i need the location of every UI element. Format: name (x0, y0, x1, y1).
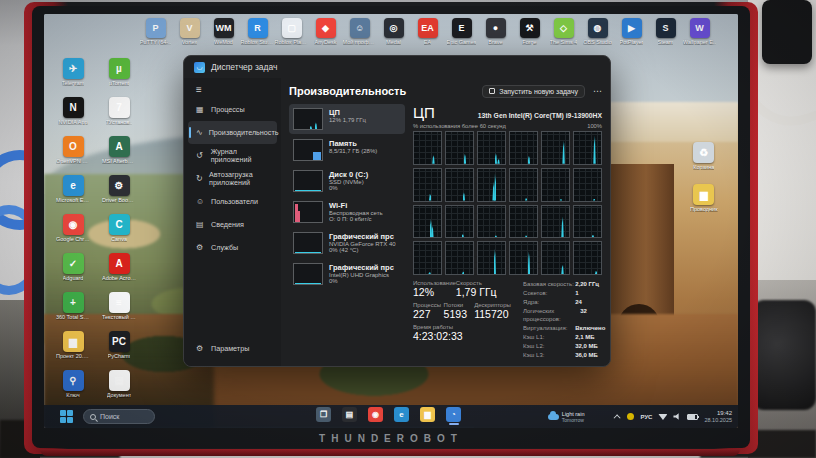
core-usage-graph (477, 131, 506, 165)
sidebar-item[interactable]: ∿ Производительность (188, 121, 277, 144)
desktop-icon[interactable]: ☺ Мой профиль (344, 18, 375, 58)
desktop-icon[interactable]: ▤ Документ (96, 370, 142, 409)
sidebar-item[interactable]: ☺ Пользователи (188, 190, 277, 213)
core-usage-graph (509, 131, 538, 165)
desktop-icon[interactable]: S Steam (650, 18, 681, 58)
tray-app-icon[interactable] (627, 413, 634, 420)
desktop-icon[interactable]: A MSI Afterburner (96, 136, 142, 175)
weather-widget[interactable]: Light rain Tomorrow (548, 411, 585, 423)
metric-line1: 12% 1,79 ГГц (329, 117, 366, 123)
titlebar[interactable]: ◡ Диспетчер задач (184, 56, 610, 78)
desktop-icon[interactable]: ✈ Telegram (50, 58, 96, 97)
sidebar-item-label: Производительность (209, 129, 279, 137)
desktop-icon[interactable]: ▆ Проводник (690, 184, 718, 226)
desktop-icon[interactable]: ◎ Medal (378, 18, 409, 58)
sidebar-item-icon: ▤ (196, 221, 205, 229)
clock[interactable]: 19:42 28.10.2025 (704, 410, 732, 423)
start-button[interactable] (60, 410, 73, 423)
metric-list-item[interactable]: Wi-Fi Беспроводная сеть О: 0 П: 0 кбит/с (289, 197, 405, 227)
taskbar-app-button[interactable]: ▤ (341, 407, 358, 426)
desktop-icon[interactable]: e Microsoft Edge (50, 175, 96, 214)
desktop-icon[interactable]: ◍ OBS Studio (582, 18, 613, 58)
desktop-icon[interactable]: P PuTTY (64-.. (140, 18, 171, 58)
language-indicator[interactable]: РУС (640, 414, 652, 420)
desktop-icon[interactable]: ⚒ Forge (514, 18, 545, 58)
active-indicator (189, 173, 191, 184)
desktop-icon-label: Wallpaper E.. (683, 39, 716, 45)
app-icon: µ (109, 58, 130, 79)
task-manager-window: ◡ Диспетчер задач ≡ ▦ Процессы (183, 55, 611, 367)
desktop-icon[interactable]: ◆ AnyDesk (310, 18, 341, 58)
desktop-icon[interactable]: ▶ PotPlayer (616, 18, 647, 58)
desktop-icon[interactable]: + 360 Total Security (50, 292, 96, 331)
desktop-icon[interactable]: V Vortex (174, 18, 205, 58)
desktop-icon-label: Steam (658, 39, 674, 45)
sidebar-item[interactable]: ▤ Сведения (188, 213, 277, 236)
stat-value: 1,79 ГГц (456, 286, 513, 298)
desktop-icon-label: OpenVPN Connect (56, 158, 90, 164)
desktop-icon[interactable]: C Canva (96, 214, 142, 253)
sidebar-item[interactable]: ↻ Автозагрузка приложений (188, 167, 277, 190)
desktop-icon[interactable]: 7 7Установ.. (96, 97, 142, 136)
taskbar-app-button[interactable]: ◉ (367, 407, 384, 426)
app-icon: ▢ (282, 18, 302, 38)
app-icon: ▆ (63, 331, 84, 352)
desktop-icon-label: The Sims 4 (550, 39, 578, 45)
desktop-icon[interactable]: ◇ The Sims 4 (548, 18, 579, 58)
app-icon: ≡ (109, 292, 130, 313)
desktop-icon-label: 7Установ.. (106, 119, 133, 125)
desktop-icon[interactable]: ≡ Текстовый докум.. (96, 292, 142, 331)
desktop-icon[interactable]: N NVIDIA App (50, 97, 96, 136)
desktop-icon[interactable]: EA EA (412, 18, 443, 58)
desktop-icon[interactable]: ◉ Google Chrome (50, 214, 96, 253)
search-placeholder: Поиск (100, 413, 119, 420)
graph-scale-max: 100% (587, 123, 602, 129)
metric-list-item[interactable]: Диск 0 (C:) SSD (NVMe) 0% (289, 166, 405, 196)
tray-expand-chevron-icon[interactable] (614, 414, 621, 421)
taskbar-app-button[interactable]: ▆ (419, 407, 436, 426)
desktop-icon[interactable]: µ µTorrent (96, 58, 142, 97)
battery-icon[interactable] (687, 414, 698, 420)
desktop-icon[interactable]: W Wallpaper E.. (684, 18, 715, 58)
desktop-icon[interactable]: E Epic Games (446, 18, 477, 58)
desktop-icon[interactable]: ▢ Roblox Player (276, 18, 307, 58)
taskbar-app-button[interactable]: ◔ (445, 407, 462, 426)
sidebar-item-settings[interactable]: ⚙ Параметры (188, 337, 277, 360)
desktop-icon[interactable]: ♻ Корзина (690, 142, 718, 184)
desktop-icon-label: µTorrent (109, 80, 129, 86)
app-icon: E (452, 18, 472, 38)
desktop-icon[interactable]: ⚲ Ключ (50, 370, 96, 409)
speaker-icon[interactable] (673, 413, 681, 420)
core-usage-graph (413, 131, 442, 165)
desktop-icon[interactable]: R Roblox Studio (242, 18, 273, 58)
desktop-icon-label: Forge (522, 39, 536, 45)
sidebar-item-icon: ☺ (196, 198, 205, 206)
desktop-icon[interactable]: ✓ Adguard (50, 253, 96, 292)
search-input[interactable]: Поиск (83, 409, 155, 424)
wifi-icon[interactable] (658, 413, 667, 420)
metric-list-item[interactable]: Графический прс Intel(R) UHD Graphics 0% (289, 259, 405, 289)
desktop-icon[interactable]: ● Brave (480, 18, 511, 58)
metric-name: Диск 0 (C:) (329, 170, 368, 179)
desktop-icon-label: Roblox Studio (241, 39, 275, 45)
metric-list-item[interactable]: Графический прс NVIDIA GeForce RTX 40 0%… (289, 228, 405, 258)
sidebar-item[interactable]: ⚙ Службы (188, 236, 277, 259)
app-icon: ❐ (316, 407, 331, 422)
metric-list-item[interactable]: ЦП 12% 1,79 ГГц (289, 104, 405, 134)
sidebar-item[interactable]: ↺ Журнал приложений (188, 144, 277, 167)
desktop-icon[interactable]: PC PyCharm (96, 331, 142, 370)
app-icon: ◆ (316, 18, 336, 38)
desktop-icon[interactable]: WM WeMod (208, 18, 239, 58)
desktop-icon[interactable]: ⚙ Driver Booster (96, 175, 142, 214)
hamburger-menu-icon[interactable]: ≡ (188, 80, 277, 98)
desktop-icon[interactable]: O OpenVPN Connect (50, 136, 96, 175)
sidebar-item[interactable]: ▦ Процессы (188, 98, 277, 121)
taskbar-app-button[interactable]: e (393, 407, 410, 426)
desktop-icon[interactable]: ▆ Проект 20.4 — 2023-2 (50, 331, 96, 370)
more-options-button[interactable]: ⋯ (593, 86, 602, 96)
desktop-icon[interactable]: A Adobe Acrobat (96, 253, 142, 292)
metric-list-item[interactable]: Память 8,5/31,7 ГБ (28%) (289, 135, 405, 165)
taskbar-app-button[interactable]: ❐ (315, 407, 332, 426)
laptop-front-edge (40, 449, 740, 456)
run-new-task-button[interactable]: Запустить новую задачу (482, 85, 585, 98)
